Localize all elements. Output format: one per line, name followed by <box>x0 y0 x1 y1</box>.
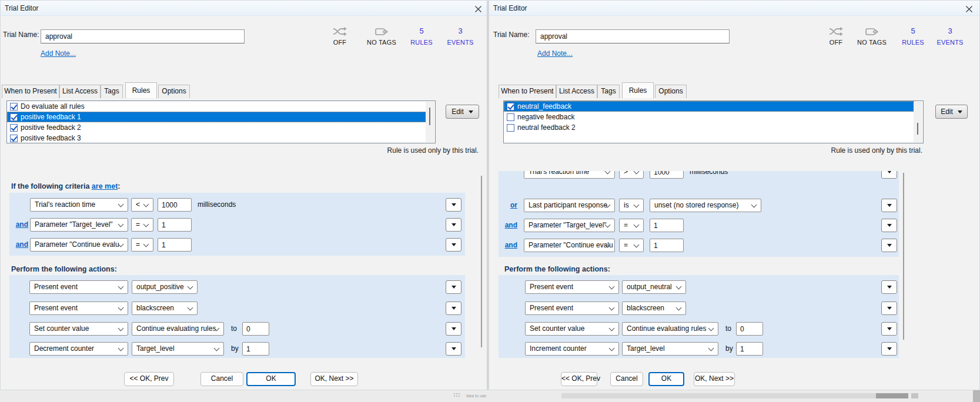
tab-rules[interactable]: Rules <box>622 82 654 98</box>
tab-options[interactable]: Options <box>655 85 687 98</box>
row-menu-button[interactable] <box>881 171 897 179</box>
conjunction-link[interactable]: or <box>501 201 517 209</box>
edit-button[interactable]: Edit <box>935 105 968 119</box>
ok-next-button[interactable]: OK, Next >> <box>694 372 735 386</box>
background-scrollbar[interactable] <box>561 393 908 398</box>
row-menu-button[interactable] <box>881 302 897 315</box>
tab-list-access[interactable]: List Access <box>59 85 101 98</box>
criteria-field-dropdown[interactable]: Trial's reaction time <box>30 198 128 212</box>
conjunction-link[interactable]: and <box>12 220 28 229</box>
checkbox-checked-icon[interactable] <box>10 113 18 121</box>
are-met-link[interactable]: are met <box>92 182 118 190</box>
criteria-value-input[interactable] <box>158 218 192 232</box>
row-menu-button[interactable] <box>446 218 461 232</box>
criteria-operator-dropdown[interactable]: < <box>131 198 153 212</box>
criteria-operator-dropdown[interactable]: is <box>619 199 644 212</box>
action-target-dropdown[interactable]: Continue evaluating rules <box>132 322 224 336</box>
criteria-value-dropdown[interactable]: unset (no stored response) <box>650 199 761 212</box>
row-menu-button[interactable] <box>446 238 461 252</box>
checkbox-checked-icon[interactable] <box>10 124 18 132</box>
rule-item[interactable]: positive feedback 3 <box>7 133 435 143</box>
action-target-dropdown[interactable]: Target_level <box>132 342 224 356</box>
row-menu-button[interactable] <box>881 342 897 356</box>
criteria-operator-dropdown[interactable]: = <box>131 218 153 232</box>
rule-item[interactable]: positive feedback 2 <box>7 122 435 133</box>
add-note-link[interactable]: Add Note... <box>41 49 76 58</box>
checkbox-unchecked-icon[interactable] <box>507 113 514 121</box>
action-target-dropdown[interactable]: blackscreen <box>132 302 198 315</box>
row-menu-button[interactable] <box>446 342 461 356</box>
rule-item-selected[interactable]: positive feedback 1 <box>7 112 426 122</box>
criteria-field-dropdown[interactable]: Last participant response <box>524 199 615 212</box>
rule-item[interactable]: Do evaluate all rules <box>7 101 435 112</box>
action-type-dropdown[interactable]: Present event <box>29 302 128 315</box>
criteria-field-dropdown[interactable]: Parameter "Continue evalu <box>524 239 615 252</box>
rules-indicator[interactable]: 5 RULES <box>403 25 440 46</box>
criteria-value-input[interactable] <box>158 198 192 212</box>
trial-name-input[interactable] <box>41 29 245 43</box>
tab-list-access[interactable]: List Access <box>556 85 597 98</box>
action-target-dropdown[interactable]: Continue evaluating rules <box>622 322 718 336</box>
rule-item[interactable]: neutral feedback 2 <box>504 122 923 133</box>
action-type-dropdown[interactable]: Decrement counter <box>29 342 128 356</box>
conjunction-link[interactable]: and <box>12 240 28 249</box>
criteria-value-input[interactable] <box>650 239 684 252</box>
action-target-dropdown[interactable]: output_positive <box>132 280 198 294</box>
action-type-dropdown[interactable]: Increment counter <box>525 342 619 356</box>
content-scrollbar-thumb[interactable] <box>481 176 482 347</box>
cancel-button[interactable]: Cancel <box>610 372 643 386</box>
checkbox-checked-icon[interactable] <box>507 103 514 110</box>
action-type-dropdown[interactable]: Present event <box>525 280 619 294</box>
criteria-operator-dropdown[interactable]: = <box>131 238 153 252</box>
action-type-dropdown[interactable]: Present event <box>29 280 128 294</box>
list-scrollbar[interactable] <box>914 102 922 142</box>
close-icon[interactable] <box>473 4 483 14</box>
action-value-input[interactable] <box>736 342 763 356</box>
criteria-value-input[interactable] <box>158 238 192 252</box>
events-indicator[interactable]: 3 EVENTS <box>441 25 479 46</box>
list-scrollbar[interactable] <box>426 102 434 142</box>
content-scrollbar-thumb[interactable] <box>903 173 904 340</box>
action-value-input[interactable] <box>242 322 269 336</box>
criteria-operator-dropdown[interactable]: = <box>619 219 644 232</box>
criteria-field-dropdown[interactable]: Parameter "Target_level" <box>524 219 615 232</box>
list-scrollbar-thumb[interactable] <box>429 108 430 125</box>
rule-item-selected[interactable]: neutral_feedback <box>504 101 914 112</box>
tab-when-to-present[interactable]: When to Present <box>2 85 59 98</box>
action-target-dropdown[interactable]: Target_level <box>622 342 718 356</box>
ok-next-button[interactable]: OK, Next >> <box>310 372 358 386</box>
row-menu-button[interactable] <box>881 239 897 252</box>
add-note-link[interactable]: Add Note... <box>537 49 573 58</box>
conjunction-link[interactable]: and <box>501 241 517 249</box>
close-icon[interactable] <box>964 4 974 14</box>
ok-prev-button[interactable]: << OK, Prev <box>124 372 174 386</box>
criteria-field-dropdown[interactable]: Parameter "Target_level" <box>30 218 128 232</box>
background-scrollbar-thumb[interactable] <box>876 393 908 398</box>
criteria-field-dropdown[interactable]: Trial's reaction time <box>524 171 615 179</box>
row-menu-button[interactable] <box>446 302 461 315</box>
row-menu-button[interactable] <box>881 280 897 294</box>
row-menu-button[interactable] <box>881 199 897 212</box>
action-value-input[interactable] <box>736 322 763 336</box>
tab-options[interactable]: Options <box>158 85 190 98</box>
ok-prev-button[interactable]: << OK, Prev <box>561 372 597 386</box>
tab-tags[interactable]: Tags <box>597 85 620 98</box>
action-target-dropdown[interactable]: blackscreen <box>622 302 686 315</box>
action-type-dropdown[interactable]: Set counter value <box>29 322 128 336</box>
checkbox-checked-icon[interactable] <box>10 135 18 142</box>
criteria-value-input[interactable] <box>650 171 684 179</box>
row-menu-button[interactable] <box>446 280 461 294</box>
rule-item[interactable]: negative feedback <box>504 112 923 122</box>
tab-rules[interactable]: Rules <box>125 82 157 98</box>
ok-button[interactable]: OK <box>246 372 296 386</box>
criteria-value-input[interactable] <box>650 219 684 232</box>
edit-button[interactable]: Edit <box>446 105 479 119</box>
action-target-dropdown[interactable]: output_neutral <box>622 280 686 294</box>
conjunction-link[interactable]: and <box>501 221 517 229</box>
row-menu-button[interactable] <box>881 219 897 232</box>
rules-indicator[interactable]: 5 RULES <box>894 25 932 46</box>
tab-when-to-present[interactable]: When to Present <box>499 85 556 98</box>
ok-button[interactable]: OK <box>648 372 684 386</box>
row-menu-button[interactable] <box>446 322 461 336</box>
events-indicator[interactable]: 3 EVENTS <box>931 25 969 46</box>
